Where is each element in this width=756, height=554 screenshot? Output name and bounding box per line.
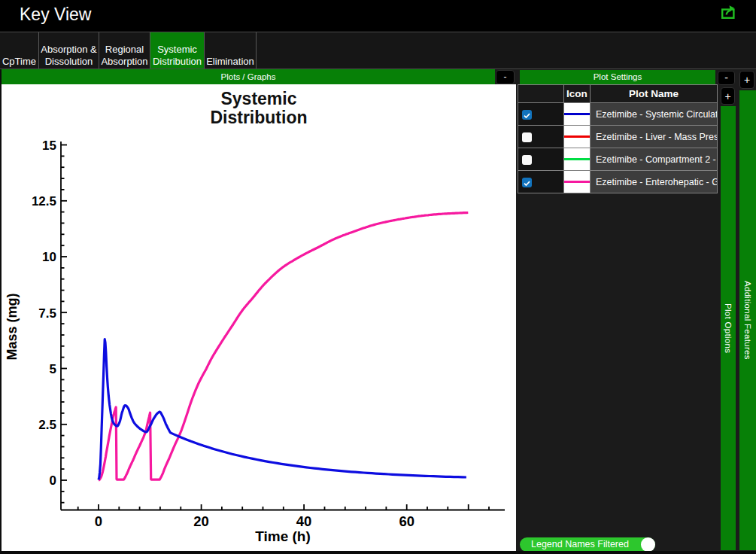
svg-text:Systemic: Systemic — [220, 89, 296, 108]
svg-text:7.5: 7.5 — [38, 306, 56, 321]
svg-text:2.5: 2.5 — [38, 418, 56, 432]
svg-text:0: 0 — [95, 513, 102, 529]
svg-text:Distribution: Distribution — [210, 108, 307, 127]
svg-text:0: 0 — [50, 473, 56, 488]
svg-text:40: 40 — [296, 513, 312, 529]
svg-text:5: 5 — [50, 362, 56, 376]
svg-text:20: 20 — [193, 513, 209, 529]
svg-text:15: 15 — [42, 138, 56, 153]
svg-text:Mass (mg): Mass (mg) — [5, 293, 20, 360]
svg-text:60: 60 — [399, 513, 414, 529]
svg-text:12.5: 12.5 — [32, 194, 56, 209]
svg-text:10: 10 — [42, 250, 56, 264]
svg-text:Time (h): Time (h) — [255, 528, 311, 544]
